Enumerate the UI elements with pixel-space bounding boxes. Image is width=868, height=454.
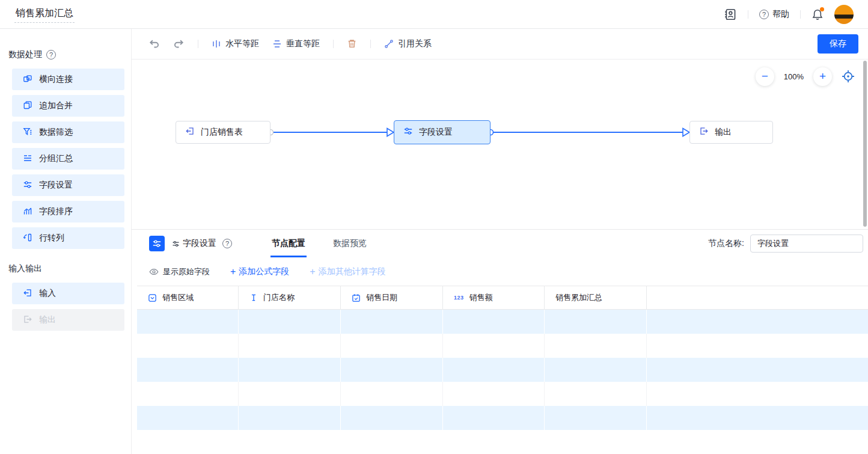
flow-canvas[interactable]: 门店销售表 字段设置 输出 − 100% + [132,60,868,229]
divider [800,10,801,19]
field-settings-icon [172,240,180,248]
divider [748,10,748,19]
sidebar-item-cross-join[interactable]: 横向连接 [12,69,124,90]
field-settings-icon [23,180,32,191]
sidebar-item-input[interactable]: 输入 [12,283,124,304]
node-output[interactable]: 输出 [689,121,773,144]
table-row[interactable] [137,358,868,382]
undo-icon[interactable] [148,38,160,49]
sidebar-item-group-summary[interactable]: 分组汇总 [12,148,124,170]
table-footer [137,430,868,454]
zoom-level: 100% [784,72,804,81]
node-name-input[interactable] [750,235,863,253]
notification-dot [820,7,824,11]
input-icon [23,288,32,299]
zoom-in-button[interactable]: + [813,67,832,86]
avatar[interactable] [834,5,854,24]
column-header-sales-amount[interactable]: 123 销售额 [443,286,545,309]
panel-title: 字段设置 ? [172,238,232,249]
help-label: 帮助 [772,9,789,20]
dimension-icon [148,293,157,302]
node-name-label: 节点名称: [708,238,744,249]
notification-bell-icon[interactable] [811,8,824,20]
fields-table: 销售区域 门店名称 销售日期 123 销售额 销售累 [137,286,868,454]
table-row[interactable] [137,310,868,334]
question-icon[interactable]: ? [222,239,232,248]
tab-data-preview[interactable]: 数据预览 [333,230,367,257]
reference-relation-button[interactable]: 引用关系 [384,38,432,49]
output-icon [699,126,709,138]
number-type-icon: 123 [454,295,464,301]
output-icon [23,314,32,326]
group-summary-icon [23,153,32,165]
add-formula-field-button[interactable]: + 添加公式字段 [230,266,289,277]
page-title[interactable]: 销售累加汇总 [14,6,75,23]
divider [370,40,371,48]
tab-node-config[interactable]: 节点配置 [272,230,305,257]
horizontal-distribute-button[interactable]: 水平等距 [212,38,259,49]
calendar-icon [352,293,361,302]
append-merge-icon [23,100,32,112]
question-icon[interactable]: ? [46,50,56,60]
delete-icon[interactable] [347,38,357,49]
table-row[interactable] [137,334,868,358]
question-icon: ? [759,10,769,19]
help-button[interactable]: ? 帮助 [759,9,789,20]
save-button[interactable]: 保存 [818,34,858,54]
canvas-scrollbar[interactable] [863,61,867,227]
section-title-data-processing: 数据处理 ? [8,49,123,60]
sidebar-item-field-settings[interactable]: 字段设置 [12,174,124,196]
address-book-icon[interactable] [724,8,737,21]
sidebar-item-row-to-column[interactable]: 行转列 [12,227,124,249]
sidebar-item-data-filter[interactable]: 数据筛选 [12,121,124,143]
cross-join-icon [23,74,32,85]
sidebar-item-field-sort[interactable]: 字段排序 [12,201,124,222]
vertical-distribute-button[interactable]: 垂直等距 [272,38,320,49]
section-title-input-output: 输入输出 [8,263,123,274]
field-settings-icon [403,126,413,138]
input-icon [185,126,195,138]
show-original-fields-button[interactable]: 显示原始字段 [149,266,210,277]
topbar: 销售累加汇总 ? 帮助 [0,0,868,29]
field-sort-icon [23,206,32,218]
node-field-settings[interactable]: 字段设置 [394,120,491,144]
plus-icon: + [310,267,315,277]
sidebar-item-output: 输出 [12,309,124,331]
plus-icon: + [230,267,236,277]
eye-icon [149,267,159,277]
column-header-store-name[interactable]: 门店名称 [239,286,341,309]
node-config-panel: 字段设置 ? 节点配置 数据预览 节点名称: 显示原始字段 + [132,229,868,454]
table-row[interactable] [137,406,868,430]
node-store-sales-table[interactable]: 门店销售表 [176,121,270,144]
zoom-out-button[interactable]: − [756,67,774,86]
row-to-column-icon [23,233,32,244]
column-header-filler [647,286,868,309]
canvas-toolbar: 水平等距 垂直等距 引用关系 保存 [132,29,868,60]
column-header-sales-date[interactable]: 销售日期 [341,286,443,309]
field-settings-badge-icon [149,236,165,251]
locate-icon[interactable] [842,70,855,83]
text-type-icon [249,293,258,302]
column-header-sales-cumulative[interactable]: 销售累加汇总 [545,286,647,309]
sidebar: 数据处理 ? 横向连接 追加合并 数据筛选 分组汇总 字段设置 字段排序 [0,29,132,454]
sidebar-item-append-merge[interactable]: 追加合并 [12,95,124,117]
divider [198,40,198,48]
column-header-sales-region[interactable]: 销售区域 [137,286,239,309]
table-row[interactable] [137,382,868,406]
divider [333,40,334,48]
redo-icon[interactable] [173,38,185,49]
add-other-calc-field-button: + 添加其他计算字段 [310,266,385,277]
filter-icon [23,127,32,138]
